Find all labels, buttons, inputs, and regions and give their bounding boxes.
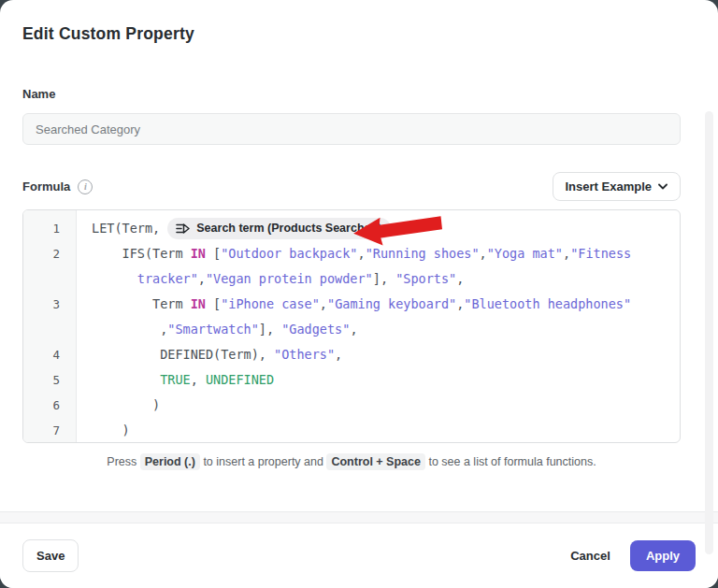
hint-text: Press Period (.) to insert a property an… [22, 455, 681, 468]
line-number: 4 [23, 342, 76, 367]
kbd-control-space: Control + Space [326, 453, 425, 470]
property-chip-label: Search term (Products Searched) [196, 216, 381, 241]
code-line: tracker","Vegan protein powder"], "Sport… [92, 266, 680, 292]
code-lines: LET(Term, Search term (Products Searched… [77, 210, 680, 442]
gutter: 1234567 [23, 210, 77, 442]
line-number: 6 [23, 393, 76, 418]
code-line: Term IN ["iPhone case","Gaming keyboard"… [92, 292, 680, 317]
dialog-footer: Save Cancel Apply [0, 523, 718, 588]
code-line: TRUE, UNDEFINED [92, 367, 680, 393]
insert-example-button[interactable]: Insert Example [553, 172, 682, 201]
kbd-period: Period (.) [140, 453, 200, 470]
scrollbar[interactable] [705, 111, 713, 554]
insert-example-label: Insert Example [566, 179, 653, 194]
cancel-button[interactable]: Cancel [561, 540, 620, 571]
list-cursor-icon [176, 222, 190, 235]
footer-divider [0, 511, 718, 523]
code-line: ) [92, 393, 680, 418]
info-icon[interactable]: i [78, 179, 93, 194]
line-number: 7 [23, 418, 76, 443]
line-number: 2 [23, 241, 76, 266]
line-number: 5 [23, 367, 76, 393]
line-number [23, 317, 76, 342]
code-line: IFS(Term IN ["Outdoor backpack","Running… [92, 241, 680, 266]
code-line: LET(Term, Search term (Products Searched… [92, 216, 680, 241]
code-line: ,"Smartwatch"], "Gadgets", [92, 317, 680, 342]
dialog-header: Edit Custom Property [0, 0, 718, 44]
code-line: ) [92, 418, 680, 443]
line-number: 3 [23, 292, 76, 317]
edit-custom-property-dialog: Edit Custom Property Name Formula i Inse… [0, 0, 718, 588]
name-label: Name [22, 87, 681, 101]
formula-label: Formula [22, 179, 70, 194]
line-number: 1 [23, 216, 76, 241]
formula-row: Formula i Insert Example [22, 172, 681, 201]
formula-editor[interactable]: 1234567 LET(Term, Search term (Products … [22, 209, 681, 443]
apply-button[interactable]: Apply [630, 540, 696, 571]
save-button[interactable]: Save [22, 539, 79, 572]
dialog-body: Name Formula i Insert Example 1234567 LE… [0, 44, 718, 511]
page-title: Edit Custom Property [22, 24, 696, 44]
name-input[interactable] [22, 113, 681, 145]
property-chip[interactable]: Search term (Products Searched) [167, 218, 391, 239]
code-line: DEFINED(Term), "Others", [92, 342, 680, 367]
line-number [23, 266, 76, 292]
chevron-down-icon [658, 183, 668, 190]
